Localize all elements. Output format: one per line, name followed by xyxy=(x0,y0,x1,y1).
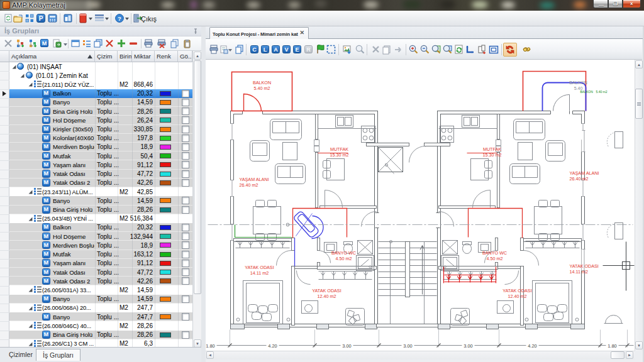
svg-text:5.40 m2: 5.40 m2 xyxy=(254,85,270,91)
svg-text:BALKON: BALKON xyxy=(253,80,271,85)
svg-text:15.30 m2: 15.30 m2 xyxy=(483,152,502,158)
svg-text:15.30 m2: 15.30 m2 xyxy=(330,152,349,158)
svg-text:26.40 m2: 26.40 m2 xyxy=(240,182,258,188)
svg-text:14.11 m2: 14.11 m2 xyxy=(250,270,269,276)
svg-text:BALKON: BALKON xyxy=(580,90,594,94)
svg-text:?: ? xyxy=(118,15,121,22)
svg-text:YATAK ODASI: YATAK ODASI xyxy=(502,288,531,293)
svg-text:3.00: 3.00 xyxy=(403,343,413,349)
svg-text:MUTFAK: MUTFAK xyxy=(483,146,501,152)
svg-text:4.20: 4.20 xyxy=(268,343,277,349)
svg-text:YATAK ODASI: YATAK ODASI xyxy=(245,265,274,270)
svg-text:BANYO WC: BANYO WC xyxy=(331,250,356,256)
svg-text:26.40 m2: 26.40 m2 xyxy=(570,176,589,182)
svg-text:YAŞAM ALANI: YAŞAM ALANI xyxy=(570,170,599,176)
svg-text:YATAK ODASI: YATAK ODASI xyxy=(312,288,341,293)
svg-text:YATAK ODASI: YATAK ODASI xyxy=(570,263,599,269)
svg-text:MUTFAK: MUTFAK xyxy=(330,146,348,152)
svg-text:BALKON: BALKON xyxy=(569,80,587,85)
svg-text:12.40 m2: 12.40 m2 xyxy=(318,293,336,299)
svg-text:4.50 m2: 4.50 m2 xyxy=(336,256,352,261)
svg-text:14.11 m2: 14.11 m2 xyxy=(570,269,588,275)
svg-text:5.40 m2: 5.40 m2 xyxy=(596,90,608,94)
svg-text:BANYO WC: BANYO WC xyxy=(482,250,507,256)
svg-text:4.20: 4.20 xyxy=(528,343,537,349)
svg-text:1.80: 1.80 xyxy=(608,343,617,349)
svg-text:12.40 m2: 12.40 m2 xyxy=(508,293,527,299)
svg-text:4.50 m2: 4.50 m2 xyxy=(487,256,503,261)
svg-text:1.80: 1.80 xyxy=(206,343,215,349)
svg-text:3.00: 3.00 xyxy=(464,343,473,349)
svg-text:YAŞAM ALANI: YAŞAM ALANI xyxy=(240,177,269,182)
svg-text:3.00: 3.00 xyxy=(342,343,352,349)
